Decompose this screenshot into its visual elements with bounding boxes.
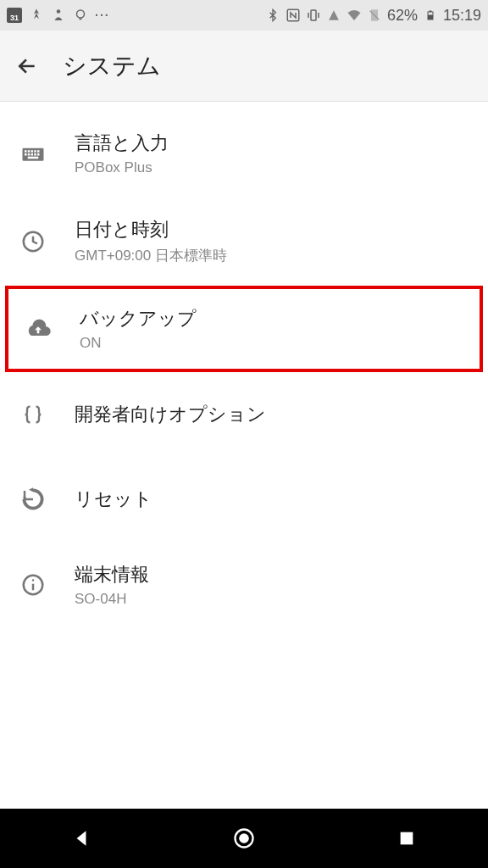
svg-rect-15 — [34, 150, 36, 153]
info-icon — [17, 569, 49, 601]
app-bar: システム — [0, 31, 488, 102]
svg-rect-19 — [31, 153, 34, 156]
wifi-icon — [347, 8, 362, 23]
nfc-icon — [286, 8, 301, 23]
signal-icon — [326, 8, 341, 23]
battery-percent: 62% — [387, 7, 418, 25]
svg-rect-22 — [28, 157, 39, 159]
item-language-input[interactable]: 言語と入力 POBox Plus — [0, 110, 488, 197]
bulb-icon — [73, 8, 88, 23]
calendar-icon: 31 — [7, 8, 22, 23]
svg-rect-20 — [34, 153, 36, 156]
svg-point-27 — [32, 579, 35, 581]
braces-icon — [17, 398, 49, 431]
no-sim-icon — [367, 8, 382, 23]
svg-point-1 — [77, 10, 85, 18]
clock-time: 15:19 — [443, 7, 481, 25]
svg-rect-16 — [37, 150, 40, 153]
item-title: バックアップ — [80, 306, 197, 331]
status-left: 31 ··· — [7, 8, 110, 23]
item-subtitle: POBox Plus — [75, 159, 169, 176]
clock-icon — [17, 225, 49, 258]
item-subtitle: SO-04H — [75, 591, 149, 608]
svg-rect-30 — [401, 832, 413, 845]
back-button[interactable] — [15, 54, 39, 78]
person-icon — [51, 8, 66, 23]
status-bar: 31 ··· 62% 1 — [0, 0, 488, 31]
nav-recents-button[interactable] — [390, 821, 424, 855]
svg-point-0 — [57, 9, 61, 14]
svg-rect-10 — [429, 11, 431, 13]
nav-back-button[interactable] — [64, 821, 98, 855]
item-backup[interactable]: バックアップ ON — [5, 286, 483, 372]
svg-marker-24 — [29, 487, 33, 492]
item-title: 日付と時刻 — [75, 217, 227, 242]
battery-icon — [423, 8, 438, 23]
item-title: リセット — [75, 487, 152, 512]
svg-rect-21 — [37, 153, 40, 156]
navigation-bar — [0, 809, 488, 868]
svg-rect-14 — [31, 150, 34, 153]
page-title: システム — [63, 50, 161, 82]
svg-rect-13 — [28, 150, 30, 153]
svg-rect-9 — [428, 15, 433, 20]
more-icon: ··· — [95, 8, 110, 22]
svg-rect-18 — [28, 153, 30, 156]
item-date-time[interactable]: 日付と時刻 GMT+09:00 日本標準時 — [0, 197, 488, 286]
item-reset[interactable]: リセット — [0, 457, 488, 542]
nav-home-button[interactable] — [227, 821, 261, 855]
settings-list: 言語と入力 POBox Plus 日付と時刻 GMT+09:00 日本標準時 バ… — [0, 102, 488, 628]
item-title: 言語と入力 — [75, 131, 169, 156]
item-title: 端末情報 — [75, 562, 149, 587]
svg-rect-17 — [25, 153, 27, 156]
reset-icon — [17, 483, 49, 515]
svg-point-29 — [240, 834, 247, 842]
keyboard-icon — [17, 137, 49, 170]
vibrate-icon — [306, 8, 321, 23]
item-subtitle: GMT+09:00 日本標準時 — [75, 246, 227, 265]
item-title: 開発者向けオプション — [75, 402, 266, 427]
status-right: 62% 15:19 — [265, 7, 481, 25]
svg-rect-4 — [311, 10, 316, 20]
item-about-phone[interactable]: 端末情報 SO-04H — [0, 542, 488, 628]
bluetooth-icon — [265, 8, 280, 23]
svg-rect-12 — [25, 150, 27, 153]
leaf-icon — [29, 8, 44, 23]
cloud-upload-icon — [22, 313, 54, 345]
item-developer-options[interactable]: 開発者向けオプション — [0, 372, 488, 457]
item-subtitle: ON — [80, 335, 197, 352]
